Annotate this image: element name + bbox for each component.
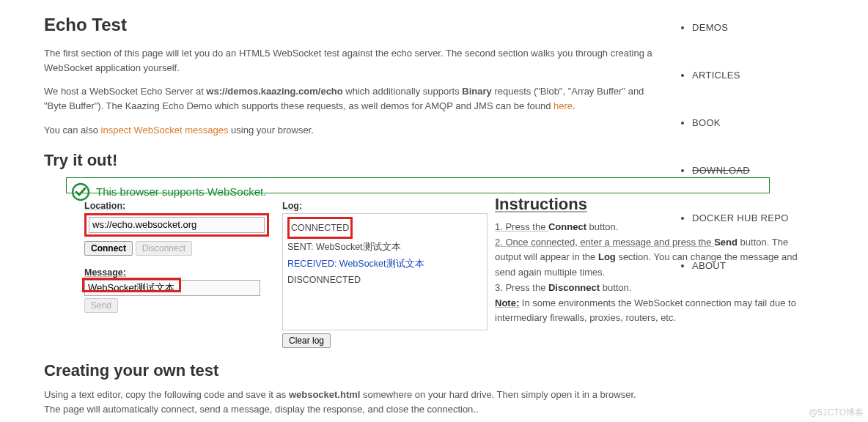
ws-url: ws://demos.kaazing.com/echo (206, 86, 342, 97)
text: You can also (44, 125, 101, 136)
check-circle-icon (71, 182, 90, 201)
intro-para-2: We host a WebSocket Echo Server at ws://… (44, 84, 652, 114)
note-label: Note: (495, 297, 519, 308)
highlight-box (84, 213, 269, 237)
text: button. (586, 221, 618, 232)
nav-demos[interactable]: DEMOS (692, 22, 814, 33)
connect-button[interactable]: Connect (84, 241, 133, 256)
watermark: @51CTO博客 (809, 407, 864, 419)
location-input[interactable] (89, 217, 265, 233)
text: using your browser. (229, 125, 314, 136)
nav-articles[interactable]: ARTICLES (692, 70, 814, 81)
inspect-link[interactable]: inspect WebSocket messages (101, 125, 229, 136)
text: Using a text editor, copy the following … (44, 389, 289, 400)
text: 3. Press the (495, 282, 548, 293)
text: Binary (462, 86, 491, 97)
log-line: DISCONNECTED (287, 275, 361, 285)
text: Log (598, 251, 616, 262)
nav-docker[interactable]: DOCKER HUB REPO (692, 212, 814, 223)
nav-book[interactable]: BOOK (692, 117, 814, 128)
log-line: CONNECTED (291, 223, 349, 233)
text: We host a WebSocket Echo Server at (44, 86, 206, 97)
highlight-box (82, 278, 181, 292)
create-heading: Creating your own test (44, 361, 652, 380)
intro-para-1: The first section of this page will let … (44, 46, 652, 75)
text: Connect (548, 221, 586, 232)
side-nav: DEMOS ARTICLES BOOK DOWNLOAD DOCKER HUB … (667, 0, 814, 422)
clear-log-button[interactable]: Clear log (282, 333, 331, 348)
log-label: Log: (282, 201, 488, 211)
label: Connect (91, 243, 126, 253)
text: which additionally supports (343, 86, 463, 97)
disconnect-button[interactable]: Disconnect (136, 241, 192, 256)
nav-about[interactable]: ABOUT (692, 260, 814, 271)
intro-para-3: You can also inspect WebSocket messages … (44, 123, 652, 138)
nav-download[interactable]: DOWNLOAD (692, 165, 814, 176)
text: 1. Press the (495, 221, 548, 232)
log-line: SENT: WebSocket测试文本 (287, 242, 401, 252)
page-title: Echo Test (44, 15, 652, 35)
text: button. (600, 282, 631, 293)
support-text: This browser supports WebSocket. (96, 185, 266, 198)
support-banner: This browser supports WebSocket. (66, 177, 770, 193)
here-link[interactable]: here (553, 100, 573, 111)
location-label: Location: (84, 201, 275, 211)
send-button[interactable]: Send (84, 298, 118, 313)
highlight-box: CONNECTED (287, 217, 353, 240)
text: websocket.html (289, 389, 361, 400)
message-label: Message: (84, 267, 275, 278)
text: Disconnect (548, 282, 600, 293)
try-heading: Try it out! (44, 151, 652, 170)
log-line: RECEIVED: WebSocket测试文本 (287, 259, 424, 269)
create-para: Using a text editor, copy the following … (44, 388, 652, 417)
log-output: CONNECTED SENT: WebSocket测试文本 RECEIVED: … (282, 213, 488, 330)
